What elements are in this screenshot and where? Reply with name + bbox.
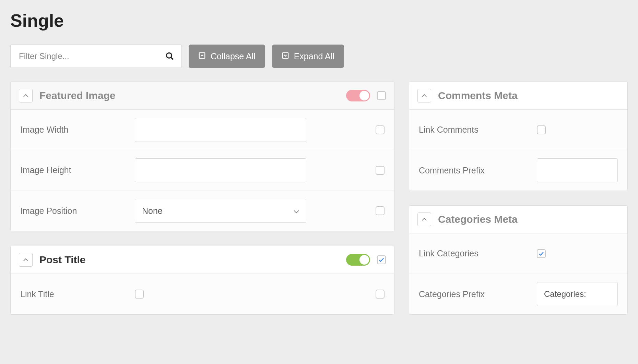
collapse-toggle-featured-image[interactable]	[19, 89, 33, 102]
panel-comments-meta: Comments Meta Link Comments Comments Pre…	[409, 82, 628, 191]
chevron-up-icon	[422, 218, 427, 221]
toggle-post-title[interactable]	[346, 254, 370, 266]
label-image-height: Image Height	[20, 165, 127, 175]
row-image-height: Image Height	[11, 150, 394, 191]
chevron-down-icon	[293, 209, 299, 213]
panel-title-categories-meta: Categories Meta	[438, 214, 619, 225]
input-image-height[interactable]	[135, 158, 306, 182]
chevron-up-icon	[23, 258, 28, 262]
panel-title-post-title: Post Title	[39, 254, 339, 266]
expand-all-label: Expand All	[294, 51, 334, 61]
toggle-knob	[359, 91, 369, 100]
checkbox-featured-image-header[interactable]	[377, 91, 386, 100]
checkbox-image-height[interactable]	[376, 166, 385, 175]
svg-line-1	[171, 57, 173, 60]
panel-header-featured-image: Featured Image	[11, 82, 394, 110]
collapse-toggle-categories-meta[interactable]	[417, 213, 431, 226]
panel-header-post-title: Post Title	[11, 246, 394, 274]
label-image-position: Image Position	[20, 206, 127, 216]
collapse-icon	[198, 51, 206, 61]
collapse-toggle-post-title[interactable]	[19, 253, 33, 267]
label-link-categories: Link Categories	[419, 248, 529, 258]
row-link-title: Link Title	[11, 274, 394, 314]
checkbox-post-title-header[interactable]	[377, 255, 386, 264]
chevron-up-icon	[422, 94, 427, 97]
label-comments-prefix: Comments Prefix	[419, 166, 529, 175]
input-categories-prefix[interactable]	[537, 282, 618, 306]
select-image-position-wrap: None	[135, 199, 306, 223]
checkbox-link-title[interactable]	[135, 290, 144, 299]
row-comments-prefix: Comments Prefix	[409, 150, 627, 191]
panel-featured-image: Featured Image Image Width	[10, 82, 394, 231]
toolbar: Collapse All Expand All	[10, 45, 628, 68]
svg-rect-2	[199, 52, 205, 58]
panel-title-comments-meta: Comments Meta	[438, 90, 619, 101]
row-image-width: Image Width	[11, 110, 394, 150]
checkbox-image-position[interactable]	[376, 206, 385, 215]
row-link-categories: Link Categories	[409, 233, 627, 274]
row-image-position: Image Position None	[11, 191, 394, 231]
row-link-comments: Link Comments	[409, 110, 627, 150]
input-comments-prefix[interactable]	[537, 158, 618, 182]
panel-categories-meta: Categories Meta Link Categories Categori…	[409, 205, 628, 315]
checkbox-link-categories[interactable]	[537, 249, 546, 258]
panel-header-controls	[346, 254, 386, 266]
page-title: Single	[10, 10, 628, 31]
label-categories-prefix: Categories Prefix	[419, 289, 529, 299]
checkbox-image-width[interactable]	[376, 125, 385, 134]
select-image-position-value: None	[142, 206, 163, 216]
collapse-all-button[interactable]: Collapse All	[189, 45, 265, 68]
label-link-title: Link Title	[20, 289, 127, 299]
expand-icon	[282, 51, 289, 61]
svg-point-0	[166, 53, 172, 58]
toggle-featured-image[interactable]	[346, 90, 370, 101]
panel-header-comments-meta: Comments Meta	[409, 82, 627, 110]
search-icon	[165, 52, 174, 61]
collapse-all-label: Collapse All	[211, 51, 256, 61]
filter-wrap	[10, 45, 182, 68]
label-image-width: Image Width	[20, 125, 127, 135]
select-image-position[interactable]: None	[135, 199, 306, 223]
filter-input[interactable]	[10, 45, 182, 68]
chevron-up-icon	[23, 94, 28, 97]
row-categories-prefix: Categories Prefix	[409, 274, 627, 314]
collapse-toggle-comments-meta[interactable]	[417, 89, 431, 102]
label-link-comments: Link Comments	[419, 125, 529, 135]
panel-header-categories-meta: Categories Meta	[409, 206, 627, 233]
panel-title-featured-image: Featured Image	[39, 90, 339, 101]
expand-all-button[interactable]: Expand All	[272, 45, 344, 68]
panel-post-title: Post Title Link Title	[10, 246, 394, 315]
checkbox-link-title-tail[interactable]	[376, 290, 385, 299]
panel-header-controls	[346, 90, 386, 101]
toggle-knob	[359, 255, 369, 265]
input-image-width[interactable]	[135, 118, 306, 142]
svg-rect-3	[282, 52, 288, 58]
checkbox-link-comments[interactable]	[537, 125, 546, 134]
